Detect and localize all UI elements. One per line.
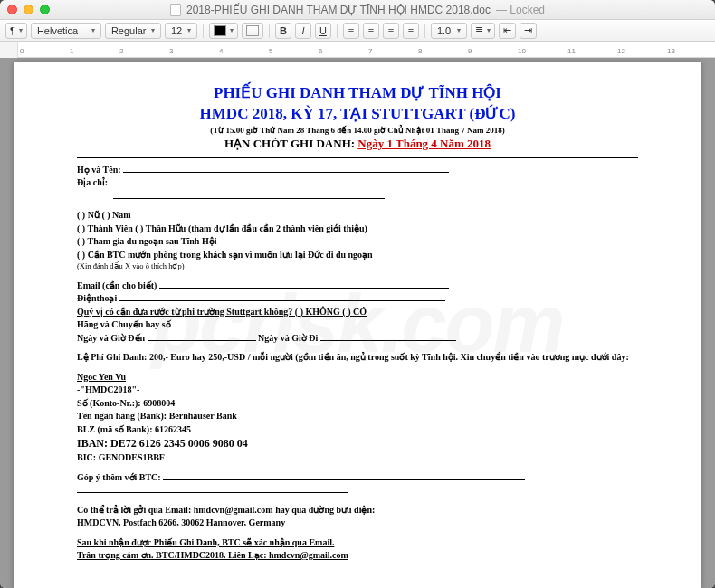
- checknote: (Xin đánh dấu X vào ô thích hợp): [77, 261, 638, 271]
- thanks: Trân trọng cám ơn. BTC/HMDC2018. Liên Lạ…: [77, 549, 638, 562]
- address-row2: [77, 190, 638, 203]
- separator: [203, 24, 204, 38]
- bank: Tên ngân hàng (Bank): Bernhauser Bank: [77, 410, 638, 422]
- highlight-button[interactable]: [242, 23, 263, 39]
- deadline-label: HẠN CHÓT GHI DANH:: [224, 137, 355, 150]
- paragraph-style-button[interactable]: ¶▾: [5, 23, 27, 39]
- blz: BLZ (mã số Bank): 61262345: [77, 423, 638, 436]
- deadline-date: Ngày 1 Tháng 4 Năm 2018: [358, 137, 491, 150]
- document-viewport[interactable]: pcrisk.com PHIẾU GHI DANH THAM DỰ TĨNH H…: [0, 58, 715, 588]
- traffic-lights: [7, 5, 50, 14]
- underline-button[interactable]: U: [315, 23, 331, 39]
- deadline: HẠN CHÓT GHI DANH: Ngày 1 Tháng 4 Năm 20…: [77, 136, 638, 152]
- donate2: [77, 484, 638, 497]
- list-button[interactable]: ≣▾: [471, 23, 495, 39]
- close-icon[interactable]: [7, 5, 17, 14]
- address-row: Địa chỉ:: [77, 176, 638, 189]
- weight-select[interactable]: Regular▾: [105, 23, 161, 39]
- divider: [77, 157, 638, 158]
- filename-label: 2018-PHIẾU GHI DANH THAM DỰ TĨNH HỘI HMD…: [186, 4, 491, 16]
- text-color-button[interactable]: ▾: [209, 23, 238, 39]
- title-line2: HMDC 2018, KỲ 17, TẠI STUTTGART (ĐỨC): [77, 104, 638, 125]
- weight-value: Regular: [111, 25, 147, 36]
- phone-row: Điệnthoại: [77, 292, 638, 305]
- align-left-button[interactable]: ≡: [343, 23, 359, 39]
- mail-address: HMDCVN, Postfach 6266, 30062 Hannover, G…: [77, 517, 638, 529]
- font-select[interactable]: Helvetica▾: [31, 23, 101, 39]
- titlebar: 2018-PHIẾU GHI DANH THAM DỰ TĨNH HỘI HMD…: [0, 0, 715, 20]
- zoom-icon[interactable]: [40, 5, 50, 14]
- italic-button[interactable]: I: [295, 23, 311, 39]
- ruler: 012345678910111213: [0, 42, 715, 58]
- payee: Ngoc Yen Vu: [77, 371, 638, 384]
- separator: [269, 24, 270, 38]
- font-value: Helvetica: [37, 25, 78, 36]
- times-row: Ngày và Giờ Đến Ngày và Giờ Đi: [77, 332, 638, 345]
- ref: -"HMDC2018"-: [77, 384, 638, 396]
- align-justify-button[interactable]: ≡: [403, 23, 419, 39]
- page: pcrisk.com PHIẾU GHI DANH THAM DỰ TĨNH H…: [14, 62, 701, 588]
- align-center-button[interactable]: ≡: [363, 23, 379, 39]
- separator: [337, 24, 338, 38]
- name-row: Họ và Tên:: [77, 164, 638, 176]
- pickup-row: Quý vị có cần đưa rước từ phi trường Stu…: [77, 306, 638, 318]
- app-window: 2018-PHIẾU GHI DANH THAM DỰ TĨNH HỘI HMD…: [0, 0, 715, 588]
- confirm: Sau khi nhận được Phiếu Ghi Danh, BTC sẽ…: [77, 536, 638, 549]
- subtitle: (Từ 15.00 giờ Thứ Năm 28 Tháng 6 đến 14.…: [77, 125, 638, 136]
- color-swatch-icon: [214, 25, 226, 36]
- spacing-value: 1.0: [437, 25, 451, 36]
- gender-row: ( ) Nữ ( ) Nam: [77, 209, 638, 222]
- email-row: Email (cần cho biết): [77, 280, 638, 292]
- document-icon: [170, 4, 181, 16]
- align-right-button[interactable]: ≡: [383, 23, 399, 39]
- title-line1: PHIẾU GHI DANH THAM DỰ TĨNH HỘI: [77, 83, 638, 104]
- bold-button[interactable]: B: [275, 23, 291, 39]
- indent-less-button[interactable]: ⇤: [499, 23, 516, 39]
- indent-more-button[interactable]: ⇥: [520, 23, 537, 39]
- spacing-select[interactable]: 1.0▾: [431, 23, 467, 39]
- iban: IBAN: DE72 6126 2345 0006 9080 04: [77, 436, 638, 450]
- reply: Có thể trả lời gởi qua Email: hmdcvn@gma…: [77, 504, 638, 517]
- donate: Góp ý thêm với BTC:: [77, 471, 638, 484]
- size-value: 12: [171, 25, 182, 36]
- format-toolbar: ¶▾ Helvetica▾ Regular▾ 12▾ ▾ B I U ≡ ≡ ≡…: [0, 20, 715, 42]
- excursion-row: ( ) Tham gia du ngoạn sau Tĩnh Hội: [77, 235, 638, 248]
- bic: BIC: GENODES1BBF: [77, 451, 638, 464]
- minimize-icon[interactable]: [24, 5, 33, 14]
- fee-row: Lệ Phí Ghi Danh: 200,- Euro hay 250,-USD…: [77, 351, 638, 364]
- konto: Số (Konto-Nr.:): 6908004: [77, 397, 638, 410]
- airline-row: Hãng và Chuyến bay số: [77, 318, 638, 331]
- size-select[interactable]: 12▾: [165, 23, 197, 39]
- locked-label: — Locked: [496, 4, 545, 16]
- room-row: ( ) Cần BTC mướn phòng trong khách sạn v…: [77, 249, 638, 261]
- window-title: 2018-PHIẾU GHI DANH THAM DỰ TĨNH HỘI HMD…: [170, 4, 545, 16]
- separator: [424, 24, 425, 38]
- member-row: ( ) Thành Viên ( ) Thân Hữu (tham dự lần…: [77, 223, 638, 235]
